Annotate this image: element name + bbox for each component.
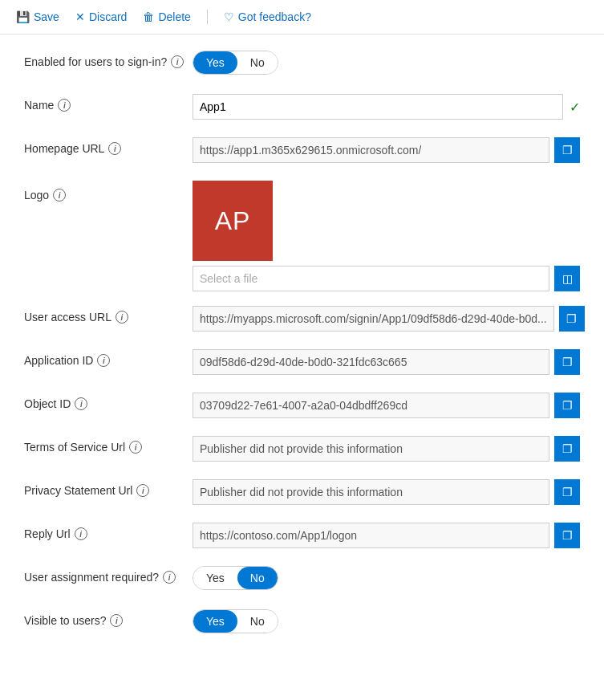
enabled-no-option[interactable]: No <box>237 51 278 74</box>
file-select-button[interactable]: ◫ <box>554 266 580 291</box>
toolbar: 💾 Save ✕ Discard 🗑 Delete ♡ Got feedback… <box>0 0 604 35</box>
homepage-row: Homepage URL i https://app1.m365x629615.… <box>24 137 580 166</box>
assignment-row: User assignment required? i Yes No <box>24 566 580 595</box>
user-access-copy-button[interactable]: ❐ <box>559 306 585 332</box>
user-access-row: User access URL i https://myapps.microso… <box>24 306 580 335</box>
homepage-label: Homepage URL i <box>24 137 193 155</box>
enabled-label: Enabled for users to sign-in? i <box>24 51 193 68</box>
app-id-copy-button[interactable]: ❐ <box>554 349 580 375</box>
tos-input[interactable]: Publisher did not provide this informati… <box>193 436 549 462</box>
privacy-label: Privacy Statement Url i <box>24 479 193 497</box>
assignment-label: User assignment required? i <box>24 566 193 584</box>
object-id-input: 03709d22-7e61-4007-a2a0-04dbdff269cd <box>193 393 549 418</box>
enabled-toggle-group: Yes No <box>193 51 580 75</box>
object-id-copy-icon: ❐ <box>562 399 573 412</box>
visible-toggle[interactable]: Yes No <box>193 609 278 633</box>
name-row: Name i ✓ <box>24 94 580 123</box>
feedback-label: Got feedback? <box>238 10 311 23</box>
enabled-row: Enabled for users to sign-in? i Yes No <box>24 51 580 79</box>
tos-value: Publisher did not provide this informati… <box>193 436 580 462</box>
assignment-info-icon[interactable]: i <box>163 571 176 584</box>
logo-label: Logo i <box>24 181 193 201</box>
assignment-yes-option[interactable]: Yes <box>193 567 237 589</box>
name-input-row: ✓ <box>193 94 580 120</box>
file-select-input[interactable]: Select a file <box>193 266 549 291</box>
visible-no-option[interactable]: No <box>237 610 278 633</box>
reply-url-copy-button[interactable]: ❐ <box>554 523 580 548</box>
object-id-row: Object ID i 03709d22-7e61-4007-a2a0-04db… <box>24 393 580 421</box>
delete-button[interactable]: 🗑 Delete <box>143 10 190 23</box>
feedback-icon: ♡ <box>224 10 234 23</box>
enabled-yes-option[interactable]: Yes <box>193 51 237 74</box>
enabled-info-icon[interactable]: i <box>171 55 184 68</box>
save-icon: 💾 <box>16 10 30 23</box>
name-value: ✓ <box>193 94 580 120</box>
user-access-info-icon[interactable]: i <box>116 311 128 324</box>
visible-row: Visible to users? i Yes No <box>24 609 580 638</box>
assignment-toggle[interactable]: Yes No <box>193 566 278 590</box>
user-access-copy-icon: ❐ <box>566 312 577 325</box>
privacy-value: Publisher did not provide this informati… <box>193 479 580 505</box>
tos-copy-button[interactable]: ❐ <box>554 436 580 462</box>
delete-icon: 🗑 <box>143 10 154 23</box>
homepage-copy-button[interactable]: ❐ <box>554 137 580 163</box>
object-id-label: Object ID i <box>24 393 193 410</box>
user-access-input[interactable]: https://myapps.microsoft.com/signin/App1… <box>193 306 554 332</box>
app-id-info-icon[interactable]: i <box>97 354 110 367</box>
app-id-row: Application ID i 09df58d6-d29d-40de-b0d0… <box>24 349 580 378</box>
homepage-value: https://app1.m365x629615.onmicrosoft.com… <box>193 137 580 163</box>
save-label: Save <box>34 10 59 23</box>
privacy-copy-button[interactable]: ❐ <box>554 479 580 505</box>
reply-url-value: https://contoso.com/App1/logon ❐ <box>193 523 580 548</box>
reply-url-row: Reply Url i https://contoso.com/App1/log… <box>24 523 580 551</box>
logo-preview: AP <box>193 181 273 261</box>
discard-icon: ✕ <box>75 10 85 23</box>
privacy-row: Privacy Statement Url i Publisher did no… <box>24 479 580 508</box>
visible-toggle-group: Yes No <box>193 609 580 633</box>
tos-info-icon[interactable]: i <box>129 441 142 454</box>
delete-label: Delete <box>158 10 190 23</box>
reply-url-copy-icon: ❐ <box>562 529 573 542</box>
assignment-toggle-group: Yes No <box>193 566 580 590</box>
enabled-toggle[interactable]: Yes No <box>193 51 278 75</box>
app-id-input: 09df58d6-d29d-40de-b0d0-321fdc63c665 <box>193 349 549 375</box>
discard-label: Discard <box>89 10 127 23</box>
homepage-input[interactable]: https://app1.m365x629615.onmicrosoft.com… <box>193 137 549 163</box>
object-id-copy-button[interactable]: ❐ <box>554 393 580 418</box>
logo-info-icon[interactable]: i <box>53 189 66 201</box>
logo-container: AP Select a file ◫ <box>193 181 580 291</box>
toolbar-divider <box>207 10 208 24</box>
app-id-label: Application ID i <box>24 349 193 367</box>
content-area: Enabled for users to sign-in? i Yes No N… <box>0 35 604 669</box>
reply-url-info-icon[interactable]: i <box>75 527 87 540</box>
discard-button[interactable]: ✕ Discard <box>75 10 127 23</box>
user-access-label: User access URL i <box>24 306 193 324</box>
reply-url-label: Reply Url i <box>24 523 193 540</box>
name-label: Name i <box>24 94 193 112</box>
object-id-info-icon[interactable]: i <box>75 397 87 410</box>
name-check-icon: ✓ <box>570 100 580 115</box>
save-button[interactable]: 💾 Save <box>16 10 59 23</box>
homepage-copy-icon: ❐ <box>562 144 573 157</box>
tos-label: Terms of Service Url i <box>24 436 193 454</box>
visible-label: Visible to users? i <box>24 609 193 627</box>
logo-row: Logo i AP Select a file ◫ <box>24 181 580 291</box>
visible-info-icon[interactable]: i <box>110 614 123 627</box>
user-access-value: https://myapps.microsoft.com/signin/App1… <box>193 306 585 332</box>
privacy-info-icon[interactable]: i <box>136 484 149 497</box>
name-info-icon[interactable]: i <box>58 99 71 112</box>
object-id-value: 03709d22-7e61-4007-a2a0-04dbdff269cd ❐ <box>193 393 580 418</box>
privacy-input[interactable]: Publisher did not provide this informati… <box>193 479 549 505</box>
homepage-info-icon[interactable]: i <box>108 142 121 155</box>
tos-row: Terms of Service Url i Publisher did not… <box>24 436 580 465</box>
feedback-button[interactable]: ♡ Got feedback? <box>224 10 311 23</box>
file-icon: ◫ <box>562 272 573 285</box>
app-id-value: 09df58d6-d29d-40de-b0d0-321fdc63c665 ❐ <box>193 349 580 375</box>
name-input[interactable] <box>193 94 563 120</box>
file-select-row: Select a file ◫ <box>193 266 580 291</box>
reply-url-input[interactable]: https://contoso.com/App1/logon <box>193 523 549 548</box>
app-id-copy-icon: ❐ <box>562 356 573 368</box>
visible-yes-option[interactable]: Yes <box>193 610 237 633</box>
privacy-copy-icon: ❐ <box>562 486 573 499</box>
assignment-no-option[interactable]: No <box>237 567 278 589</box>
